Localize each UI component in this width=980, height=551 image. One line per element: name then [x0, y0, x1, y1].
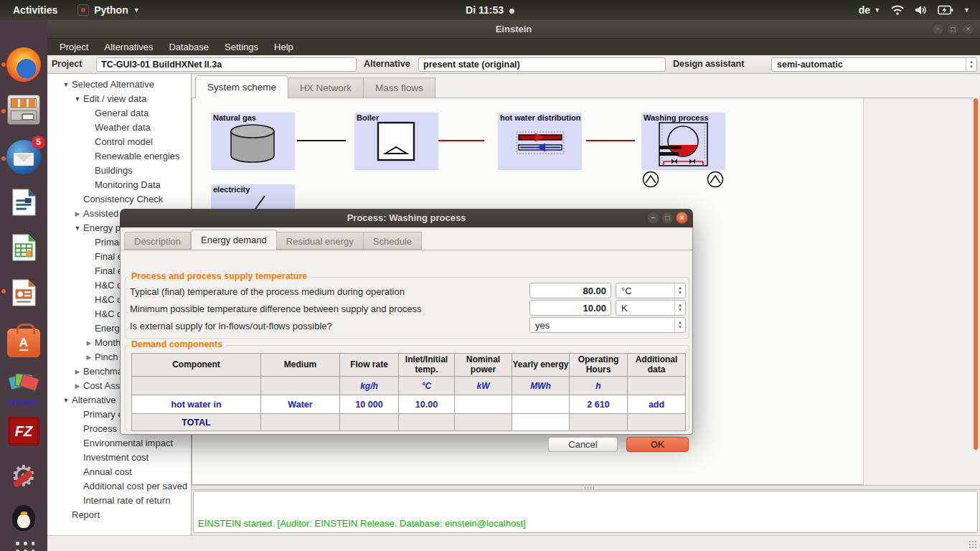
external-supply-combo[interactable]: yes [529, 317, 686, 333]
tree-item[interactable]: Monitoring Data [47, 178, 191, 192]
tree-collapsed-icon[interactable] [83, 336, 95, 350]
filezilla-icon[interactable]: FZ [6, 417, 41, 446]
dialog-tabs: Description Energy demand Residual energ… [124, 230, 422, 250]
tree-item[interactable]: Additional cost per saved [47, 479, 191, 494]
tree-item[interactable]: Environmental impact [47, 436, 191, 451]
tree-item[interactable]: Internal rate of return [47, 494, 191, 508]
close-button[interactable]: × [962, 23, 974, 35]
clock[interactable]: Di 11:53 [0, 4, 980, 16]
tab-schedule[interactable]: Schedule [364, 232, 422, 250]
tree-collapsed-icon[interactable] [72, 379, 83, 393]
unread-count-badge: 5 [32, 136, 45, 149]
firefox-icon[interactable] [6, 47, 41, 82]
tree-expanded-icon[interactable] [60, 393, 72, 408]
thunderbird-icon[interactable]: 5 [6, 140, 41, 174]
component-washing-process[interactable]: Washing process [641, 113, 725, 170]
menu-database[interactable]: Database [161, 39, 217, 55]
app-grid-icon[interactable] [6, 538, 41, 551]
tree-collapsed-icon[interactable] [72, 207, 83, 221]
minimize-button[interactable]: − [932, 23, 944, 35]
menubar: Project Alternatives Database Settings H… [47, 39, 980, 55]
tab-residual-energy[interactable]: Residual energy [277, 232, 364, 250]
horizontal-splitter[interactable] [192, 485, 980, 490]
tab-hx-network[interactable]: HX Network [288, 77, 364, 98]
tree-expanded-icon[interactable] [60, 77, 72, 92]
component-boiler[interactable]: Boiler [354, 113, 438, 170]
valve-icon[interactable] [642, 171, 659, 188]
pdf-shuffler-icon[interactable]: PDF-Shuffler [6, 371, 41, 405]
component-natural-gas[interactable]: Natural gas [211, 113, 295, 170]
alternative-input[interactable] [418, 57, 666, 72]
resize-grip-icon[interactable] [969, 540, 977, 549]
process-dialog: Process: Washing process − □ × Descripti… [120, 209, 693, 435]
design-assistant-combo[interactable]: semi-automatic [771, 57, 977, 72]
spinner-icon[interactable] [674, 301, 685, 315]
libreoffice-calc-icon[interactable] [6, 232, 41, 265]
min-dt-input[interactable] [529, 300, 611, 316]
cancel-button[interactable]: Cancel [548, 437, 618, 452]
maximize-button[interactable]: □ [947, 23, 959, 35]
top-panel: Activities Python ▼ Di 11:53 de ▼ ▼ [0, 0, 980, 20]
spinner-icon[interactable] [674, 283, 685, 298]
notification-dot-icon [509, 9, 514, 14]
tree-collapsed-icon[interactable] [83, 350, 95, 364]
tree-item[interactable]: Edit / view data [47, 92, 191, 106]
tree-item[interactable]: Consistency Check [47, 192, 191, 207]
tab-mass-flows[interactable]: Mass flows [364, 77, 435, 98]
tree-expanded-icon[interactable] [72, 221, 83, 235]
dialog-close-button[interactable]: × [676, 212, 688, 224]
project-label: Project [52, 55, 82, 73]
tree-item[interactable]: Investment cost [47, 451, 191, 465]
libreoffice-writer-icon[interactable] [6, 187, 41, 220]
final-temp-unit-combo[interactable]: °C [616, 283, 686, 298]
window-titlebar[interactable]: Einstein − □ × [47, 20, 980, 39]
final-temp-label: Typical (final) temperature of the proce… [130, 286, 405, 297]
menu-settings[interactable]: Settings [217, 39, 266, 55]
alternative-label: Alternative [364, 55, 410, 73]
table-units-row: kg/h °C kW MWh h [132, 377, 686, 395]
tree-item[interactable]: General data [47, 106, 191, 121]
tree-item[interactable]: Annual cost [47, 465, 191, 479]
menu-help[interactable]: Help [266, 39, 301, 55]
tab-description[interactable]: Description [124, 232, 191, 250]
add-data-link[interactable]: add [628, 395, 686, 414]
component-hot-water-distribution[interactable]: hot water distribution [498, 113, 582, 170]
final-temp-unit: °C [616, 286, 674, 296]
design-assistant-value: semi-automatic [772, 60, 966, 70]
dialog-titlebar[interactable]: Process: Washing process − □ × [120, 209, 693, 227]
tree-collapsed-icon[interactable] [72, 364, 83, 379]
tree-item[interactable]: Weather data [47, 121, 191, 135]
game-tux-icon[interactable] [6, 505, 41, 531]
tree-item[interactable]: Control model [47, 135, 191, 149]
tree-item[interactable]: Renewable energies [47, 149, 191, 164]
vertical-scrollbar[interactable] [974, 98, 978, 450]
file-archiver-icon[interactable] [6, 95, 41, 125]
ok-button[interactable]: OK [626, 437, 689, 452]
canvas-gutter [864, 98, 974, 485]
spinner-icon[interactable] [966, 58, 976, 71]
valve-icon[interactable] [707, 171, 724, 188]
supply-section-title: Process and process supply temperature [128, 271, 310, 281]
ubuntu-software-icon[interactable]: A [6, 324, 41, 357]
libreoffice-impress-icon[interactable] [6, 278, 41, 311]
tools-icon[interactable]: ⚙ [6, 460, 41, 493]
window-title: Einstein [496, 24, 532, 34]
final-temp-input[interactable] [529, 283, 611, 298]
dialog-maximize-button[interactable]: □ [661, 212, 674, 224]
spinner-icon[interactable] [674, 318, 685, 332]
tree-item[interactable]: Report [47, 508, 191, 522]
tree-item[interactable]: Selected Alternative [47, 77, 191, 92]
dialog-minimize-button[interactable]: − [647, 212, 659, 224]
tree-expanded-icon[interactable] [72, 92, 83, 106]
min-dt-label: Minimum possible temperature difference … [130, 303, 422, 314]
demand-table: Component Medium Flow rate Inlet/Initial… [131, 353, 686, 431]
log-panel[interactable]: EINSTEIN started. [Auditor: EINSTEIN Rel… [193, 491, 978, 533]
menu-project[interactable]: Project [52, 39, 96, 55]
table-row[interactable]: hot water in Water 10 000 10.00 2 610 ad… [132, 395, 686, 414]
project-input[interactable] [96, 57, 357, 72]
tree-item[interactable]: Buildings [47, 164, 191, 178]
tab-energy-demand[interactable]: Energy demand [191, 230, 277, 250]
tab-system-scheme[interactable]: System scheme [195, 75, 288, 98]
min-dt-unit-combo[interactable]: K [616, 300, 686, 316]
menu-alternatives[interactable]: Alternatives [96, 39, 161, 55]
